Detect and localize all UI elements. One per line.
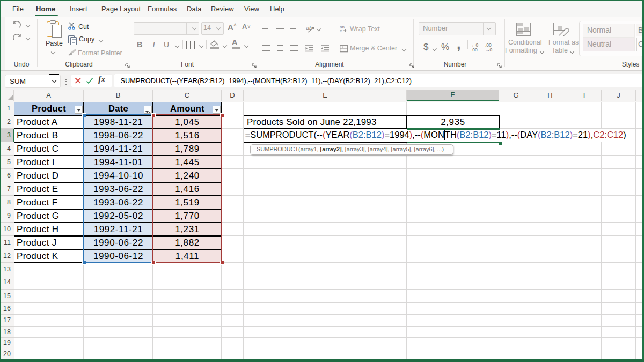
svg-text:ab: ab — [306, 25, 312, 31]
svg-text:c: c — [340, 28, 342, 32]
